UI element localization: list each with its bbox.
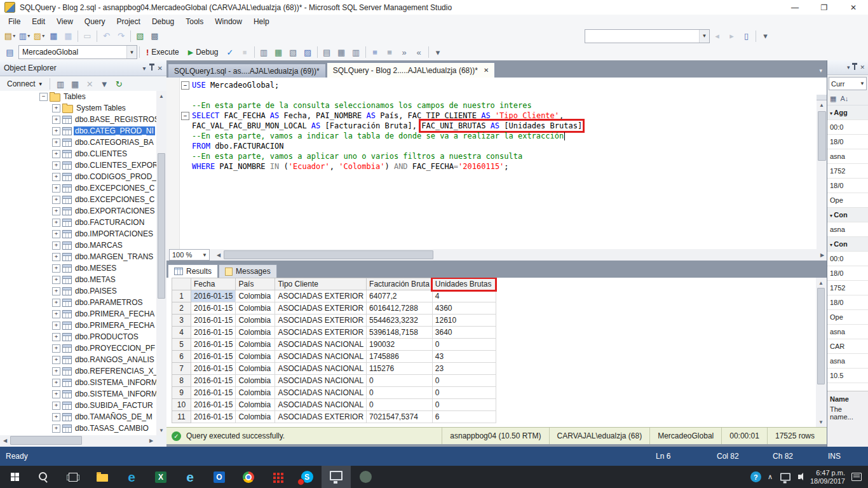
menu-item-file[interactable]: File: [3, 16, 26, 27]
secondary-app-icon[interactable]: [351, 466, 380, 488]
property-row[interactable]: 18/0: [827, 295, 868, 310]
result-cell[interactable]: 0: [432, 339, 496, 351]
column-header-unidades-brutas[interactable]: Unidades Brutas: [432, 278, 496, 290]
file-explorer-icon[interactable]: [88, 466, 117, 488]
clock[interactable]: 6:47 p.m. 18/09/2017: [810, 469, 845, 485]
chevron-down-icon[interactable]: ▼: [126, 46, 137, 58]
editor-tab-1[interactable]: SQLQuery1.sql - as....AJAL\edualzja (69)…: [168, 64, 326, 78]
activity-monitor-icon[interactable]: ▧: [133, 29, 147, 43]
internet-explorer-icon[interactable]: e: [175, 466, 205, 488]
result-cell[interactable]: 2016-01-15: [191, 327, 236, 339]
results-tab-messages[interactable]: Messages: [219, 264, 277, 278]
property-category[interactable]: Agg: [827, 105, 868, 120]
minimize-button[interactable]: —: [780, 0, 810, 15]
results-vertical-scrollbar[interactable]: ▲ ▼: [816, 278, 826, 427]
results-row[interactable]: 52016-01-15ColombiaASOCIADAS NACIONAL190…: [172, 339, 496, 351]
result-cell[interactable]: Colombia: [236, 339, 275, 351]
code-line-4[interactable]: −SELECT FAC_FECHA AS Fecha, PAI_NOMBRE A…: [166, 111, 817, 121]
find-icon[interactable]: ▯: [739, 29, 754, 43]
results-row[interactable]: 32016-01-15ColombiaASOCIADAS EXTERIOR554…: [172, 315, 496, 327]
tree-toggle-icon[interactable]: +: [52, 379, 60, 387]
result-cell[interactable]: ASOCIADAS NACIONAL: [275, 363, 367, 375]
result-cell[interactable]: 7021547,5374: [367, 411, 433, 423]
tree-toggle-icon[interactable]: +: [52, 402, 60, 410]
menu-item-edit[interactable]: Edit: [26, 16, 51, 27]
results-row[interactable]: 62016-01-15ColombiaASOCIADAS NACIONAL174…: [172, 351, 496, 363]
result-cell[interactable]: ASOCIADAS EXTERIOR: [275, 327, 367, 339]
tree-item-dbo-exportaciones[interactable]: +dbo.EXPORTACIONES: [0, 205, 156, 217]
indent-icon[interactable]: »: [397, 45, 412, 59]
scroll-down-icon[interactable]: ▼: [816, 417, 826, 427]
result-cell[interactable]: 2016-01-15: [191, 302, 236, 315]
tree-item-dbo-clientes-expor[interactable]: +dbo.CLIENTES_EXPOR: [0, 159, 156, 171]
tree-toggle-icon[interactable]: +: [52, 276, 60, 284]
debug-button[interactable]: ▶ Debug: [184, 45, 223, 59]
tree-toggle-icon[interactable]: +: [52, 150, 60, 158]
tree-toggle-icon[interactable]: −: [39, 93, 48, 101]
property-row[interactable]: 10.5: [827, 369, 868, 383]
query-options-icon[interactable]: ▧: [286, 45, 301, 59]
filter-icon[interactable]: ▼: [97, 77, 112, 91]
chevron-down-icon[interactable]: ▼: [699, 30, 709, 43]
property-row[interactable]: 00:0: [827, 120, 868, 135]
tree-toggle-icon[interactable]: +: [52, 310, 60, 318]
comment-icon[interactable]: ≡: [368, 45, 383, 59]
code-line-2[interactable]: [166, 90, 817, 100]
database-icon[interactable]: ▦: [68, 77, 83, 91]
property-row[interactable]: 00:0: [827, 252, 868, 266]
tree-item-system-tables[interactable]: +System Tables: [0, 102, 156, 114]
tree-item-dbo-proyeccion-pf[interactable]: +dbo.PROYECCION_PF: [0, 342, 156, 354]
tree-item-dbo-tasas-cambio[interactable]: +dbo.TASAS_CAMBIO: [0, 423, 156, 434]
result-cell[interactable]: ASOCIADAS NACIONAL: [275, 375, 367, 387]
search-button[interactable]: [29, 466, 58, 488]
column-header-facturaci-n-bruta[interactable]: Facturación Bruta: [367, 278, 433, 290]
outlook-icon[interactable]: O: [205, 466, 234, 488]
sql-editor-icon[interactable]: ▤: [3, 45, 17, 59]
results-row[interactable]: 102016-01-15ColombiaASOCIADAS NACIONAL00: [172, 399, 496, 411]
outdent-icon[interactable]: «: [412, 45, 426, 59]
tree-item-dbo-categorias-ba[interactable]: +dbo.CATEGORIAS_BA: [0, 137, 156, 148]
redo-icon[interactable]: ↷: [114, 29, 128, 43]
results-row[interactable]: 82016-01-15ColombiaASOCIADAS NACIONAL00: [172, 375, 496, 387]
tree-item-dbo-sistema-inform[interactable]: +dbo.SISTEMA_INFORM: [0, 377, 156, 388]
results-table[interactable]: FechaPaísTipo ClienteFacturación BrutaUn…: [172, 278, 496, 423]
new-query-icon[interactable]: ▤▾: [3, 29, 17, 43]
results-row[interactable]: 92016-01-15ColombiaASOCIADAS NACIONAL00: [172, 387, 496, 399]
property-category[interactable]: Con: [827, 208, 868, 222]
scroll-right-icon[interactable]: ▶: [146, 435, 156, 445]
code-line-8[interactable]: --En esta parte, vamos a aplicar uno o v…: [166, 151, 817, 161]
tree-item-dbo-importaciones[interactable]: +dbo.IMPORTACIONES: [0, 228, 156, 240]
tree-item-dbo-excepciones-c[interactable]: +dbo.EXCEPCIONES_C: [0, 182, 156, 194]
row-number-cell[interactable]: 10: [172, 399, 191, 411]
result-cell[interactable]: 115276: [367, 363, 433, 375]
tree-item-dbo-facturacion[interactable]: +dbo.FACTURACION: [0, 217, 156, 228]
chrome-icon[interactable]: [234, 466, 263, 488]
zoom-selector[interactable]: 100 % ▼: [169, 249, 210, 261]
tree-toggle-icon[interactable]: +: [52, 116, 60, 124]
tree-item-dbo-primera-fecha[interactable]: +dbo.PRIMERA_FECHA: [0, 320, 156, 331]
window-position-icon[interactable]: ▾: [847, 64, 850, 71]
result-cell[interactable]: Colombia: [236, 351, 275, 363]
action-center-icon[interactable]: [851, 473, 862, 481]
result-cell[interactable]: 2016-01-15: [191, 387, 236, 399]
menu-item-project[interactable]: Project: [111, 16, 146, 27]
print-icon[interactable]: ▭: [80, 29, 95, 43]
scroll-left-icon[interactable]: ◀: [214, 250, 224, 260]
estimated-plan-icon[interactable]: ▦: [271, 45, 286, 59]
tray-chevron-up-icon[interactable]: ∧: [768, 473, 773, 481]
result-cell[interactable]: ASOCIADAS EXTERIOR: [275, 302, 367, 315]
row-number-cell[interactable]: 1: [172, 290, 191, 302]
close-button[interactable]: ✕: [839, 0, 868, 15]
result-cell[interactable]: 6016412,7288: [367, 302, 433, 315]
tree-item-dbo-base-registros[interactable]: +dbo.BASE_REGISTROS: [0, 114, 156, 125]
result-cell[interactable]: 4360: [432, 302, 496, 315]
parse-button[interactable]: ✓: [223, 45, 238, 59]
tree-item-dbo-rangos-analis[interactable]: +dbo.RANGOS_ANALIS: [0, 354, 156, 365]
menu-item-debug[interactable]: Debug: [146, 16, 180, 27]
results-to-file-icon[interactable]: ▥: [349, 45, 363, 59]
result-cell[interactable]: 0: [367, 399, 433, 411]
tree-toggle-icon[interactable]: +: [52, 207, 60, 215]
pin-icon[interactable]: [854, 65, 855, 70]
fold-toggle-icon[interactable]: −: [181, 81, 189, 90]
property-row[interactable]: Ope: [827, 310, 868, 325]
